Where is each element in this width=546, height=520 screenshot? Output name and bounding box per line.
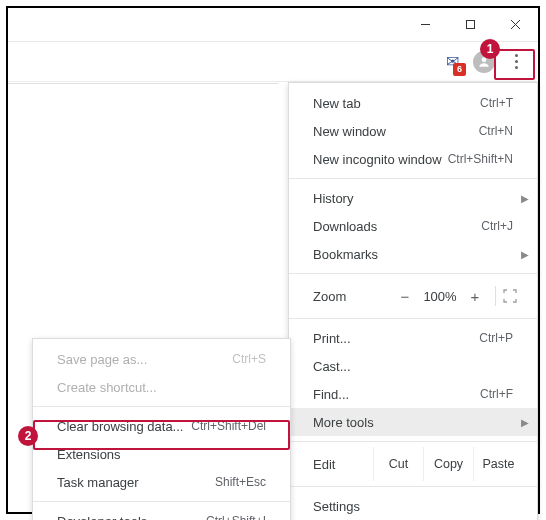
menu-shortcut: Ctrl+N (479, 124, 513, 138)
menu-label: Settings (313, 499, 513, 514)
menu-shortcut: Ctrl+S (232, 352, 266, 366)
edit-paste-button[interactable]: Paste (473, 447, 523, 481)
menu-separator (289, 441, 537, 442)
menu-shortcut: Ctrl+J (481, 219, 513, 233)
minimize-icon (420, 19, 431, 30)
menu-find[interactable]: Find... Ctrl+F (289, 380, 537, 408)
menu-zoom: Zoom − 100% + (289, 279, 537, 313)
close-button[interactable] (493, 10, 538, 40)
menu-shortcut: Ctrl+Shift+Del (191, 419, 266, 433)
menu-separator (289, 486, 537, 487)
menu-label: Create shortcut... (57, 380, 266, 395)
menu-label: Clear browsing data... (57, 419, 191, 434)
menu-shortcut: Ctrl+Shift+I (206, 514, 266, 520)
menu-separator (33, 501, 290, 502)
menu-label: Task manager (57, 475, 215, 490)
svg-rect-1 (467, 21, 475, 29)
edit-copy-button[interactable]: Copy (423, 447, 473, 481)
zoom-value: 100% (419, 289, 461, 304)
vertical-dots-icon (515, 54, 518, 69)
menu-settings[interactable]: Settings (289, 492, 537, 520)
toolbar: ☆ ✉ 6 (8, 42, 538, 82)
submenu-save-page[interactable]: Save page as... Ctrl+S (33, 345, 290, 373)
menu-label: Save page as... (57, 352, 232, 367)
annotation-badge-2: 2 (18, 426, 38, 446)
submenu-task-manager[interactable]: Task manager Shift+Esc (33, 468, 290, 496)
edit-label: Edit (313, 457, 373, 472)
menu-label: Print... (313, 331, 479, 346)
menu-label: History (313, 191, 513, 206)
main-menu: New tab Ctrl+T New window Ctrl+N New inc… (288, 82, 538, 520)
menu-label: New tab (313, 96, 480, 111)
chevron-right-icon: ▶ (521, 417, 529, 428)
mail-extension-button[interactable]: ✉ 6 (436, 46, 468, 78)
submenu-clear-data[interactable]: Clear browsing data... Ctrl+Shift+Del (33, 412, 290, 440)
menu-history[interactable]: History ▶ (289, 184, 537, 212)
fullscreen-button[interactable] (495, 286, 523, 306)
submenu-extensions[interactable]: Extensions (33, 440, 290, 468)
menu-shortcut: Shift+Esc (215, 475, 266, 489)
zoom-label: Zoom (313, 289, 391, 304)
menu-bookmarks[interactable]: Bookmarks ▶ (289, 240, 537, 268)
content-divider (8, 82, 278, 84)
menu-separator (289, 273, 537, 274)
menu-separator (289, 178, 537, 179)
maximize-icon (465, 19, 476, 30)
submenu-dev-tools[interactable]: Developer tools Ctrl+Shift+I (33, 507, 290, 520)
annotation-badge-1: 1 (480, 39, 500, 59)
fullscreen-icon (503, 289, 517, 303)
menu-new-window[interactable]: New window Ctrl+N (289, 117, 537, 145)
menu-label: New incognito window (313, 152, 448, 167)
menu-shortcut: Ctrl+F (480, 387, 513, 401)
close-icon (510, 19, 521, 30)
menu-edit: Edit Cut Copy Paste (289, 447, 537, 481)
minimize-button[interactable] (403, 10, 448, 40)
menu-downloads[interactable]: Downloads Ctrl+J (289, 212, 537, 240)
zoom-in-button[interactable]: + (461, 288, 489, 305)
more-tools-submenu: Save page as... Ctrl+S Create shortcut..… (32, 338, 291, 520)
menu-label: Cast... (313, 359, 513, 374)
menu-label: Bookmarks (313, 247, 513, 262)
titlebar (8, 8, 538, 42)
menu-shortcut: Ctrl+P (479, 331, 513, 345)
edit-cut-button[interactable]: Cut (373, 447, 423, 481)
menu-label: More tools (313, 415, 513, 430)
menu-button[interactable] (500, 46, 532, 78)
menu-print[interactable]: Print... Ctrl+P (289, 324, 537, 352)
menu-label: Extensions (57, 447, 266, 462)
menu-label: New window (313, 124, 479, 139)
menu-label: Developer tools (57, 514, 206, 521)
menu-shortcut: Ctrl+T (480, 96, 513, 110)
mail-badge: 6 (453, 63, 466, 76)
menu-more-tools[interactable]: More tools ▶ (289, 408, 537, 436)
chevron-right-icon: ▶ (521, 249, 529, 260)
menu-new-tab[interactable]: New tab Ctrl+T (289, 89, 537, 117)
menu-shortcut: Ctrl+Shift+N (448, 152, 513, 166)
menu-cast[interactable]: Cast... (289, 352, 537, 380)
window-frame: ☆ ✉ 6 New tab Ctrl+T New window Ctrl+N N… (6, 6, 540, 514)
submenu-create-shortcut[interactable]: Create shortcut... (33, 373, 290, 401)
menu-separator (289, 318, 537, 319)
menu-label: Downloads (313, 219, 481, 234)
zoom-out-button[interactable]: − (391, 288, 419, 305)
menu-separator (33, 406, 290, 407)
maximize-button[interactable] (448, 10, 493, 40)
chevron-right-icon: ▶ (521, 193, 529, 204)
menu-label: Find... (313, 387, 480, 402)
menu-new-incognito[interactable]: New incognito window Ctrl+Shift+N (289, 145, 537, 173)
